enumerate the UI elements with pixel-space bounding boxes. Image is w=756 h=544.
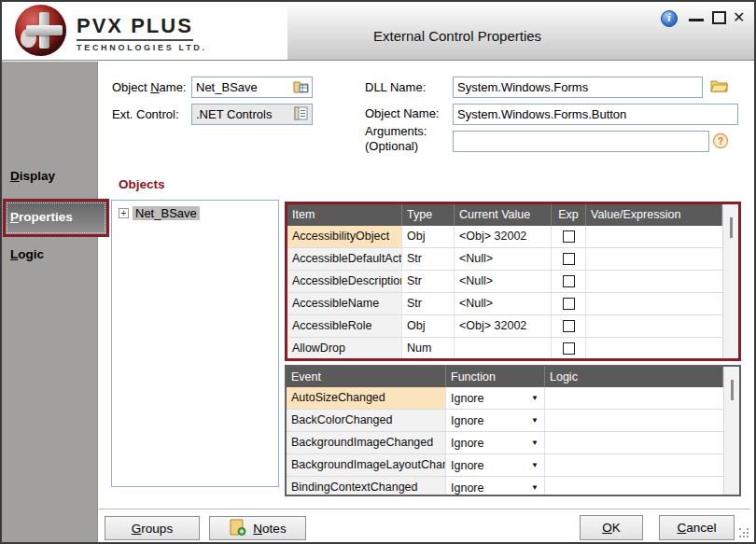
maximize-button[interactable]: [712, 11, 726, 24]
event-logic-cell[interactable]: [545, 387, 723, 409]
exp-checkbox[interactable]: [563, 230, 575, 243]
function-value: Ignore: [451, 459, 483, 472]
properties-grid-body: AccessibilityObjectObj<Obj> 32002Accessi…: [287, 226, 722, 358]
tree-item[interactable]: + Net_BSave: [119, 206, 278, 220]
event-name-cell[interactable]: BackgroundImageChanged: [287, 432, 446, 453]
property-exp-cell: [552, 293, 586, 314]
event-logic-cell[interactable]: [545, 410, 723, 431]
object-name-label: Object Name:: [112, 80, 186, 94]
events-grid-main: Event Function Logic AutoSizeChangedIgno…: [287, 367, 723, 495]
property-current-value-cell: <Null>: [455, 293, 552, 314]
logo-area: PVX PLUS TECHNOLOGIES LTD.: [2, 2, 287, 60]
event-function-cell[interactable]: Ignore▼: [446, 454, 545, 476]
event-row: BackColorChangedIgnore▼: [287, 410, 723, 432]
function-value: Ignore: [451, 437, 483, 450]
property-item-cell[interactable]: AccessibleDefaultActi: [287, 248, 402, 270]
events-grid: Event Function Logic AutoSizeChangedIgno…: [285, 365, 741, 496]
event-row: BindingContextChangedIgnore▼: [287, 477, 723, 495]
event-name-cell[interactable]: AutoSizeChanged: [287, 387, 446, 409]
svg-text:?: ?: [718, 136, 723, 146]
exp-checkbox[interactable]: [563, 275, 575, 287]
column-header-function[interactable]: Function: [446, 367, 545, 387]
event-function-cell[interactable]: Ignore▼: [446, 410, 545, 431]
sidebar-item-properties[interactable]: Properties: [3, 199, 109, 237]
objects-tree[interactable]: + Net_BSave: [111, 200, 279, 487]
property-value-expression-cell[interactable]: [586, 248, 722, 270]
dropdown-arrow-icon[interactable]: ▼: [531, 461, 539, 469]
column-header-exp[interactable]: Exp: [552, 204, 586, 226]
arguments-input[interactable]: [453, 131, 709, 152]
property-value-expression-cell[interactable]: [586, 293, 722, 314]
event-name-cell[interactable]: BackgroundImageLayoutChanged: [287, 454, 446, 476]
event-logic-cell[interactable]: [545, 477, 723, 495]
property-row: AccessibilityObjectObj<Obj> 32002: [287, 226, 722, 248]
event-logic-cell[interactable]: [545, 432, 723, 453]
object-name2-label: Object Name:: [365, 106, 439, 120]
page-title: External Control Properties: [373, 28, 541, 44]
column-header-type[interactable]: Type: [402, 204, 455, 226]
event-name-cell[interactable]: BindingContextChanged: [287, 477, 446, 495]
cancel-button[interactable]: Cancel: [659, 515, 735, 540]
object-picker-icon[interactable]: [293, 79, 309, 97]
exp-checkbox[interactable]: [563, 342, 575, 355]
property-item-cell[interactable]: AccessibleDescription: [287, 271, 402, 292]
ok-button[interactable]: OK: [580, 515, 643, 540]
property-value-expression-cell[interactable]: [586, 315, 722, 337]
tree-item-label[interactable]: Net_BSave: [133, 206, 200, 220]
exp-checkbox[interactable]: [563, 298, 575, 310]
dropdown-arrow-icon[interactable]: ▼: [531, 439, 539, 447]
column-header-logic[interactable]: Logic: [545, 367, 723, 387]
property-current-value-cell: <Null>: [455, 271, 552, 292]
exp-checkbox[interactable]: [563, 320, 575, 332]
property-value-expression-cell[interactable]: [586, 226, 722, 247]
property-type-cell: Str: [402, 293, 455, 314]
brand-name: PVX PLUS: [77, 14, 193, 41]
properties-grid-header: Item Type Current Value Exp Value/Expres…: [287, 204, 722, 226]
column-header-current-value[interactable]: Current Value: [455, 204, 552, 226]
minimize-button[interactable]: [689, 19, 704, 21]
property-item-cell[interactable]: AccessibleName: [287, 293, 402, 314]
property-type-cell: Str: [402, 248, 455, 270]
open-folder-icon[interactable]: [710, 78, 729, 97]
property-value-expression-cell[interactable]: [586, 271, 722, 292]
groups-button[interactable]: Groups: [105, 516, 200, 540]
object-name2-input[interactable]: [453, 104, 738, 125]
column-header-item[interactable]: Item: [287, 204, 402, 226]
column-header-event[interactable]: Event: [287, 367, 446, 387]
events-vertical-scrollbar[interactable]: [723, 367, 739, 495]
sidebar: [2, 62, 98, 544]
property-exp-cell: [552, 226, 586, 247]
notes-button[interactable]: Notes: [209, 516, 306, 540]
event-name-cell[interactable]: BackColorChanged: [287, 410, 446, 431]
event-logic-cell[interactable]: [545, 454, 723, 476]
properties-vertical-scrollbar[interactable]: [722, 204, 738, 358]
event-function-cell[interactable]: Ignore▼: [446, 477, 545, 495]
dropdown-arrow-icon[interactable]: ▼: [531, 394, 539, 402]
dll-name-input[interactable]: [453, 77, 703, 98]
exp-checkbox[interactable]: [563, 253, 575, 265]
sidebar-item-display[interactable]: Display: [4, 162, 96, 190]
event-function-cell[interactable]: Ignore▼: [446, 387, 545, 409]
scrollbar-thumb[interactable]: [731, 380, 734, 400]
tree-expander-icon[interactable]: +: [119, 208, 129, 218]
help-icon[interactable]: ?: [712, 133, 729, 153]
sidebar-item-logic[interactable]: Logic: [4, 241, 96, 269]
dropdown-arrow-icon[interactable]: ▼: [531, 416, 539, 425]
event-function-cell[interactable]: Ignore▼: [446, 432, 545, 453]
property-exp-cell: [552, 248, 586, 270]
property-item-cell[interactable]: AccessibilityObject: [287, 226, 402, 247]
external-control-properties-dialog: PVX PLUS TECHNOLOGIES LTD. External Cont…: [0, 0, 756, 544]
property-value-expression-cell[interactable]: [586, 338, 722, 358]
info-icon[interactable]: i: [661, 10, 678, 27]
scrollbar-thumb[interactable]: [730, 217, 733, 238]
control-list-icon[interactable]: [293, 106, 309, 124]
close-icon[interactable]: ✕: [733, 8, 745, 27]
property-item-cell[interactable]: AllowDrop: [287, 338, 402, 358]
property-item-cell[interactable]: AccessibleRole: [287, 315, 402, 337]
resize-grip[interactable]: [739, 528, 750, 539]
property-row: AccessibleRoleObj<Obj> 32002: [287, 315, 722, 338]
column-header-value-expression[interactable]: Value/Expression: [586, 204, 722, 226]
dropdown-arrow-icon[interactable]: ▼: [531, 483, 539, 492]
property-exp-cell: [552, 338, 586, 358]
event-row: BackgroundImageChangedIgnore▼: [287, 432, 723, 454]
